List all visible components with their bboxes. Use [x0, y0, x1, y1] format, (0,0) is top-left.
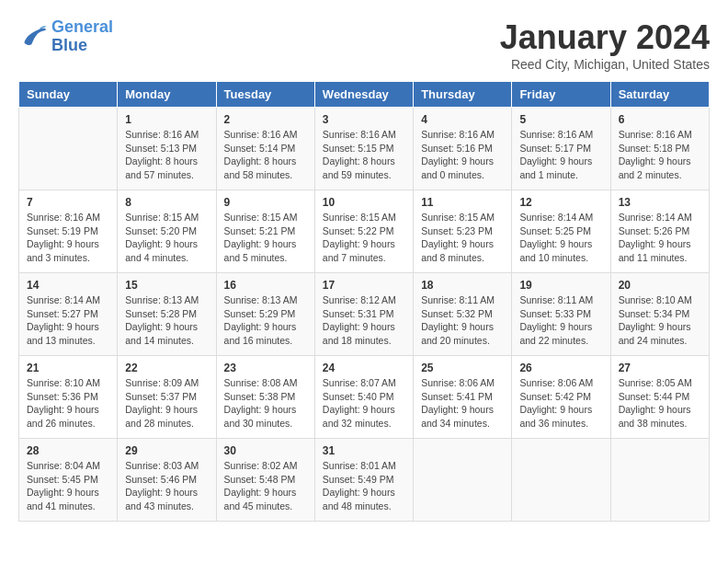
calendar-cell: 2Sunrise: 8:16 AM Sunset: 5:14 PM Daylig… [216, 108, 314, 190]
day-number: 25 [421, 362, 504, 374]
calendar-cell [512, 439, 610, 522]
calendar-week-5: 28Sunrise: 8:04 AM Sunset: 5:45 PM Dayli… [19, 439, 710, 522]
day-number: 24 [323, 362, 405, 374]
calendar-cell: 29Sunrise: 8:03 AM Sunset: 5:46 PM Dayli… [118, 439, 216, 522]
day-info: Sunrise: 8:05 AM Sunset: 5:44 PM Dayligh… [619, 376, 701, 431]
day-info: Sunrise: 8:14 AM Sunset: 5:25 PM Dayligh… [519, 211, 602, 265]
calendar-cell: 23Sunrise: 8:08 AM Sunset: 5:38 PM Dayli… [216, 356, 314, 439]
calendar-header: SundayMondayTuesdayWednesdayThursdayFrid… [19, 82, 710, 108]
day-info: Sunrise: 8:04 AM Sunset: 5:45 PM Dayligh… [27, 459, 109, 513]
calendar-week-1: 1Sunrise: 8:16 AM Sunset: 5:13 PM Daylig… [19, 108, 710, 190]
day-number: 3 [323, 113, 405, 126]
day-number: 2 [224, 113, 307, 126]
day-info: Sunrise: 8:06 AM Sunset: 5:42 PM Dayligh… [519, 376, 602, 431]
calendar-cell: 10Sunrise: 8:15 AM Sunset: 5:22 PM Dayli… [314, 190, 413, 273]
day-info: Sunrise: 8:07 AM Sunset: 5:40 PM Dayligh… [323, 376, 405, 431]
calendar-week-3: 14Sunrise: 8:14 AM Sunset: 5:27 PM Dayli… [19, 273, 710, 356]
day-number: 20 [619, 279, 701, 292]
day-number: 30 [224, 444, 307, 457]
day-number: 4 [421, 113, 504, 126]
calendar-cell: 26Sunrise: 8:06 AM Sunset: 5:42 PM Dayli… [512, 356, 610, 439]
calendar-body: 1Sunrise: 8:16 AM Sunset: 5:13 PM Daylig… [19, 108, 710, 522]
day-number: 21 [27, 362, 109, 374]
day-info: Sunrise: 8:08 AM Sunset: 5:38 PM Dayligh… [224, 376, 307, 431]
day-number: 26 [519, 362, 602, 374]
calendar-cell: 21Sunrise: 8:10 AM Sunset: 5:36 PM Dayli… [19, 356, 118, 439]
day-info: Sunrise: 8:03 AM Sunset: 5:46 PM Dayligh… [125, 459, 208, 513]
calendar-cell: 6Sunrise: 8:16 AM Sunset: 5:18 PM Daylig… [610, 108, 709, 190]
day-number: 23 [224, 362, 307, 374]
calendar-cell: 9Sunrise: 8:15 AM Sunset: 5:21 PM Daylig… [216, 190, 314, 273]
calendar-cell: 4Sunrise: 8:16 AM Sunset: 5:16 PM Daylig… [414, 108, 512, 190]
day-info: Sunrise: 8:15 AM Sunset: 5:20 PM Dayligh… [125, 211, 208, 265]
calendar-cell [19, 108, 118, 190]
calendar-cell: 17Sunrise: 8:12 AM Sunset: 5:31 PM Dayli… [314, 273, 413, 356]
day-number: 29 [125, 444, 208, 457]
header-row: SundayMondayTuesdayWednesdayThursdayFrid… [19, 82, 710, 108]
page-header: General Blue January 2024 Reed City, Mic… [18, 18, 710, 72]
calendar-cell: 18Sunrise: 8:11 AM Sunset: 5:32 PM Dayli… [414, 273, 512, 356]
day-info: Sunrise: 8:15 AM Sunset: 5:22 PM Dayligh… [323, 211, 405, 265]
day-info: Sunrise: 8:02 AM Sunset: 5:48 PM Dayligh… [224, 459, 307, 513]
day-info: Sunrise: 8:11 AM Sunset: 5:32 PM Dayligh… [421, 293, 504, 348]
day-info: Sunrise: 8:01 AM Sunset: 5:49 PM Dayligh… [323, 459, 405, 513]
day-number: 19 [519, 279, 602, 292]
calendar-cell: 15Sunrise: 8:13 AM Sunset: 5:28 PM Dayli… [118, 273, 216, 356]
day-number: 8 [125, 196, 208, 209]
calendar-title: January 2024 [500, 18, 710, 57]
day-number: 12 [519, 196, 602, 209]
calendar-cell: 3Sunrise: 8:16 AM Sunset: 5:15 PM Daylig… [314, 108, 413, 190]
day-info: Sunrise: 8:13 AM Sunset: 5:29 PM Dayligh… [224, 293, 307, 348]
day-number: 15 [125, 279, 208, 292]
calendar-cell [610, 439, 709, 522]
calendar-cell: 13Sunrise: 8:14 AM Sunset: 5:26 PM Dayli… [610, 190, 709, 273]
logo-text: General Blue [51, 18, 113, 55]
day-number: 18 [421, 279, 504, 292]
day-info: Sunrise: 8:09 AM Sunset: 5:37 PM Dayligh… [125, 376, 208, 431]
calendar-cell: 19Sunrise: 8:11 AM Sunset: 5:33 PM Dayli… [512, 273, 610, 356]
header-cell-wednesday: Wednesday [314, 82, 413, 108]
day-number: 11 [421, 196, 504, 209]
calendar-cell: 5Sunrise: 8:16 AM Sunset: 5:17 PM Daylig… [512, 108, 610, 190]
calendar-table: SundayMondayTuesdayWednesdayThursdayFrid… [18, 81, 710, 522]
calendar-week-2: 7Sunrise: 8:16 AM Sunset: 5:19 PM Daylig… [19, 190, 710, 273]
header-cell-monday: Monday [118, 82, 216, 108]
calendar-cell: 12Sunrise: 8:14 AM Sunset: 5:25 PM Dayli… [512, 190, 610, 273]
day-info: Sunrise: 8:16 AM Sunset: 5:16 PM Dayligh… [421, 128, 504, 182]
day-info: Sunrise: 8:15 AM Sunset: 5:21 PM Dayligh… [224, 211, 307, 265]
day-info: Sunrise: 8:14 AM Sunset: 5:27 PM Dayligh… [27, 293, 109, 348]
day-number: 17 [323, 279, 405, 292]
calendar-cell: 27Sunrise: 8:05 AM Sunset: 5:44 PM Dayli… [610, 356, 709, 439]
calendar-cell: 16Sunrise: 8:13 AM Sunset: 5:29 PM Dayli… [216, 273, 314, 356]
calendar-cell: 25Sunrise: 8:06 AM Sunset: 5:41 PM Dayli… [414, 356, 512, 439]
day-number: 27 [619, 362, 701, 374]
calendar-cell: 22Sunrise: 8:09 AM Sunset: 5:37 PM Dayli… [118, 356, 216, 439]
day-number: 16 [224, 279, 307, 292]
day-info: Sunrise: 8:11 AM Sunset: 5:33 PM Dayligh… [519, 293, 602, 348]
day-info: Sunrise: 8:12 AM Sunset: 5:31 PM Dayligh… [323, 293, 405, 348]
calendar-cell: 20Sunrise: 8:10 AM Sunset: 5:34 PM Dayli… [610, 273, 709, 356]
day-number: 6 [619, 113, 701, 126]
day-number: 9 [224, 196, 307, 209]
day-info: Sunrise: 8:16 AM Sunset: 5:15 PM Dayligh… [323, 128, 405, 182]
header-cell-saturday: Saturday [610, 82, 709, 108]
header-cell-friday: Friday [512, 82, 610, 108]
calendar-cell: 28Sunrise: 8:04 AM Sunset: 5:45 PM Dayli… [19, 439, 118, 522]
day-info: Sunrise: 8:15 AM Sunset: 5:23 PM Dayligh… [421, 211, 504, 265]
day-info: Sunrise: 8:16 AM Sunset: 5:14 PM Dayligh… [224, 128, 307, 182]
calendar-cell: 30Sunrise: 8:02 AM Sunset: 5:48 PM Dayli… [216, 439, 314, 522]
calendar-cell: 7Sunrise: 8:16 AM Sunset: 5:19 PM Daylig… [19, 190, 118, 273]
day-number: 10 [323, 196, 405, 209]
logo-icon [18, 22, 48, 52]
day-info: Sunrise: 8:16 AM Sunset: 5:13 PM Dayligh… [125, 128, 208, 182]
day-info: Sunrise: 8:13 AM Sunset: 5:28 PM Dayligh… [125, 293, 208, 348]
title-block: January 2024 Reed City, Michigan, United… [500, 18, 710, 72]
calendar-cell: 14Sunrise: 8:14 AM Sunset: 5:27 PM Dayli… [19, 273, 118, 356]
calendar-cell [414, 439, 512, 522]
calendar-cell: 31Sunrise: 8:01 AM Sunset: 5:49 PM Dayli… [314, 439, 413, 522]
day-number: 28 [27, 444, 109, 457]
day-info: Sunrise: 8:06 AM Sunset: 5:41 PM Dayligh… [421, 376, 504, 431]
header-cell-thursday: Thursday [414, 82, 512, 108]
day-number: 22 [125, 362, 208, 374]
day-info: Sunrise: 8:10 AM Sunset: 5:36 PM Dayligh… [27, 376, 109, 431]
